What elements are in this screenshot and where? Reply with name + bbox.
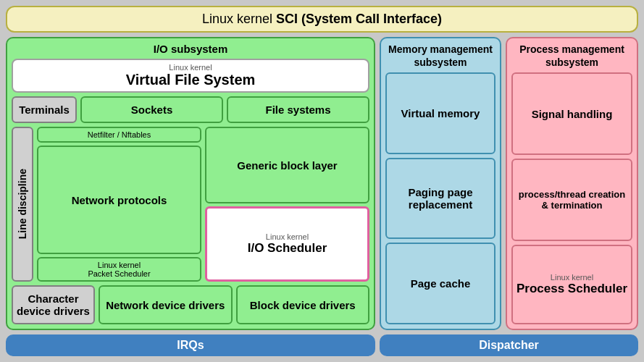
- dispatcher-bar: Dispatcher: [380, 334, 638, 356]
- filesystems-box: File systems: [227, 96, 369, 123]
- memory-label: Memory management subsystem: [385, 43, 495, 69]
- generic-block-box: Generic block layer: [205, 127, 369, 203]
- network-protocols-box: Network protocols: [37, 146, 201, 254]
- vfs-sub-label: Linux kernel: [19, 63, 362, 72]
- irqs-bar: IRQs: [6, 334, 375, 356]
- paging-box: Paging page replacement: [385, 158, 495, 240]
- sci-prefix: Linux kernel: [202, 12, 272, 26]
- io-scheduler-sub: Linux kernel: [266, 232, 309, 241]
- io-scheduler-box: Linux kernel I/O Scheduler: [205, 206, 369, 282]
- sockets-box: Sockets: [80, 96, 223, 123]
- tsf-row: Terminals Sockets File systems: [12, 96, 369, 123]
- terminals-box: Terminals: [12, 96, 77, 123]
- process-scheduler-box: Linux kernel Process Scheduler: [511, 245, 632, 324]
- network-col: Netfilter / Nftables Network protocols L…: [37, 127, 201, 282]
- mid-row: Line discipline Netfilter / Nftables Net…: [12, 127, 369, 282]
- sci-bar: Linux kernel SCI (System Call Interface): [6, 6, 638, 33]
- line-discipline-box: Line discipline: [12, 127, 33, 282]
- io-scheduler-label: I/O Scheduler: [248, 241, 327, 256]
- vfs-main-label: Virtual File System: [19, 72, 362, 88]
- drivers-row: Character device drivers Network device …: [12, 285, 369, 324]
- netfilter-box: Netfilter / Nftables: [37, 127, 201, 143]
- page-cache-box: Page cache: [385, 243, 495, 324]
- process-subsystem: Process management subsystem Signal hand…: [506, 37, 638, 330]
- vfs-box: Linux kernel Virtual File System: [12, 59, 369, 93]
- block-col: Generic block layer Linux kernel I/O Sch…: [205, 127, 369, 282]
- process-scheduler-label: Process Scheduler: [517, 282, 627, 296]
- virtual-memory-box: Virtual memory: [385, 72, 495, 154]
- packet-scheduler-label: Packet Scheduler: [41, 269, 197, 278]
- signal-handling-box: Signal handling: [511, 72, 632, 155]
- network-drivers-box: Network device drivers: [99, 285, 233, 324]
- sci-title: SCI (System Call Interface): [276, 12, 442, 26]
- line-discipline-label: Line discipline: [17, 169, 28, 239]
- packet-scheduler-sub: Linux kernel: [41, 261, 197, 269]
- io-subsystem-label: I/O subsystem: [12, 43, 369, 55]
- process-label: Process management subsystem: [511, 43, 632, 69]
- process-scheduler-sub: Linux kernel: [551, 273, 593, 282]
- block-drivers-box: Block device drivers: [236, 285, 370, 324]
- bottom-bar: IRQs Dispatcher: [6, 334, 638, 356]
- memory-subsystem: Memory management subsystem Virtual memo…: [380, 37, 501, 330]
- packet-scheduler-box: Linux kernel Packet Scheduler: [37, 257, 201, 282]
- char-drivers-box: Character device drivers: [12, 285, 95, 324]
- io-subsystem: I/O subsystem Linux kernel Virtual File …: [6, 37, 375, 330]
- process-thread-box: process/thread creation & termination: [511, 159, 632, 241]
